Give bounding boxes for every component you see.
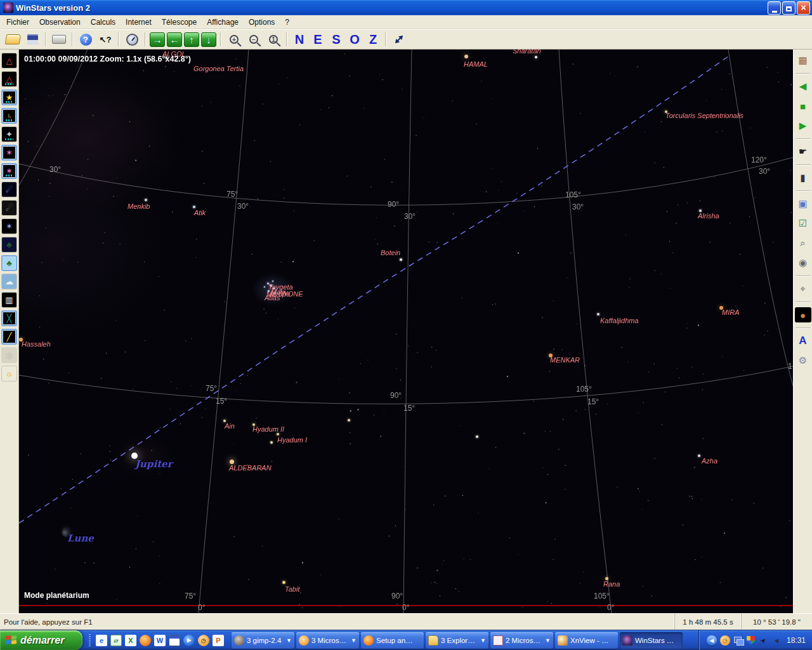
planet-label-jupiter[interactable]: Jupiter: [135, 458, 173, 470]
star-sharatan[interactable]: [535, 56, 537, 58]
sidebar-landscape-day[interactable]: ♣: [1, 255, 17, 271]
quick-launch-handle[interactable]: [89, 634, 91, 647]
open-button[interactable]: [4, 31, 22, 48]
minimize-button[interactable]: [768, 1, 781, 15]
sidebar-play-forward[interactable]: ▶: [795, 118, 811, 133]
sidebar-nebulae-names[interactable]: ✶: [1, 163, 17, 179]
star-theta-tauri[interactable]: [270, 441, 273, 444]
print-button[interactable]: [50, 31, 68, 48]
star-label-sharatan[interactable]: Sharatan: [513, 50, 541, 55]
sidebar-eyepiece[interactable]: ▮: [795, 170, 811, 185]
star-label-rana[interactable]: Rana: [603, 580, 620, 588]
quicklaunch-outlook[interactable]: ◷: [198, 635, 209, 646]
star-label-hamal[interactable]: HAMAL: [464, 60, 488, 68]
sidebar-computer[interactable]: ▣: [795, 196, 811, 211]
star-atik[interactable]: [193, 206, 195, 208]
sidebar-settings-list[interactable]: ☑: [795, 216, 811, 231]
menu-options[interactable]: Options: [244, 17, 280, 28]
sidebar-search-object[interactable]: ⌕: [795, 235, 811, 251]
star-label-botein[interactable]: Botein: [381, 249, 400, 256]
tray-volume-icon[interactable]: ◄: [771, 635, 782, 646]
star-menkib[interactable]: [145, 199, 147, 201]
star-label-torcularis-septentrionalis[interactable]: Torcularis Septentrionalis: [665, 112, 743, 119]
sidebar-nebulae[interactable]: ✶: [1, 145, 17, 161]
taskbar-button-setup-an[interactable]: Setup an…: [361, 632, 424, 649]
sidebar-stop[interactable]: ■: [795, 98, 811, 114]
star-label-aldebaran[interactable]: ALDEBARAN: [229, 464, 272, 472]
quicklaunch-media-player[interactable]: ▶: [183, 635, 195, 646]
star-aldebaran[interactable]: [230, 460, 234, 464]
tray-clock-icon[interactable]: ◷: [720, 635, 730, 646]
restore-button[interactable]: [782, 1, 796, 15]
quicklaunch-app-window[interactable]: [169, 635, 180, 646]
dropdown-arrow-icon[interactable]: ▼: [351, 637, 357, 644]
taskbar-button-3-gimp-2-4[interactable]: 3 gimp-2.4▼: [232, 632, 294, 649]
menu-fichier[interactable]: Fichier: [1, 17, 34, 28]
sidebar-circles[interactable]: ◎: [1, 347, 17, 363]
pan-up-button[interactable]: ↑: [184, 32, 199, 47]
taskbar-button-2-micros[interactable]: 2 Micros…▼: [490, 632, 553, 649]
view-zenith-button[interactable]: Z: [365, 31, 381, 48]
pan-left-button[interactable]: ←: [167, 32, 182, 47]
menu-observation[interactable]: Observation: [34, 17, 86, 28]
sidebar-constellation-figures[interactable]: △: [1, 53, 17, 69]
taskbar-button-3-explor[interactable]: 3 Explor…▼: [426, 632, 488, 649]
sidebar-satellites[interactable]: ✦: [1, 126, 17, 142]
help-button[interactable]: ?: [77, 31, 95, 48]
sidebar-atmosphere[interactable]: ☁: [1, 274, 17, 289]
sidebar-comets[interactable]: ☄: [1, 182, 17, 197]
star-field-star[interactable]: [476, 435, 478, 438]
star-label-hassaleh[interactable]: Hassaleh: [22, 340, 51, 348]
dropdown-arrow-icon[interactable]: ▼: [545, 637, 551, 644]
star-label-alrisha[interactable]: Alrisha: [698, 212, 719, 220]
star-label-kaffaljidhma[interactable]: Kaffaljidhma: [600, 317, 639, 324]
sidebar-ecliptic[interactable]: ╱: [1, 329, 17, 345]
star-label-menkib[interactable]: Menkib: [128, 202, 150, 210]
quicklaunch-firefox[interactable]: [140, 635, 151, 646]
save-button[interactable]: [23, 31, 41, 48]
sidebar-planet-view[interactable]: ●: [795, 307, 811, 322]
view-east-button[interactable]: E: [310, 31, 326, 48]
quicklaunch-whiteboard[interactable]: ▱: [110, 635, 122, 646]
pan-diagonal-button[interactable]: [390, 31, 408, 48]
star-hyades-star[interactable]: [348, 419, 350, 421]
star-pleiades-star[interactable]: [272, 281, 273, 282]
star-hamal[interactable]: [464, 55, 468, 58]
star-rana[interactable]: [605, 577, 608, 580]
sidebar-stars[interactable]: ★: [1, 90, 17, 105]
sidebar-snapshot-camera[interactable]: ◉: [795, 255, 811, 270]
star-label-hyadum-i[interactable]: Hyadum I: [277, 436, 307, 444]
quicklaunch-powerpoint[interactable]: P: [213, 635, 224, 646]
tray-network-icon[interactable]: [733, 635, 743, 646]
star-label-azha[interactable]: Azha: [702, 457, 717, 465]
zoom-in-button[interactable]: +: [225, 31, 243, 48]
quicklaunch-word[interactable]: W: [154, 635, 166, 646]
star-pleiades-star[interactable]: [264, 286, 265, 288]
sidebar-grid[interactable]: ╳: [1, 310, 17, 326]
view-west-button[interactable]: O: [346, 31, 363, 48]
view-north-button[interactable]: N: [291, 31, 308, 48]
context-help-button[interactable]: ↖?: [96, 31, 114, 48]
menu-help[interactable]: ?: [280, 17, 294, 28]
star-kaffaljidhma[interactable]: [597, 313, 599, 315]
quicklaunch-excel[interactable]: X: [125, 635, 136, 646]
quicklaunch-internet-explorer[interactable]: e: [96, 635, 107, 646]
tray-security-shield-icon[interactable]: [747, 636, 755, 645]
sidebar-scale[interactable]: ▥: [1, 292, 17, 308]
sidebar-constellation-names[interactable]: △: [1, 71, 17, 87]
star-label-menkar[interactable]: MENKAR: [550, 356, 580, 364]
taskbar-button-3-micros[interactable]: 3 Micros…▼: [296, 632, 359, 649]
sidebar-play-backward[interactable]: ◀: [795, 79, 811, 94]
zoom-out-button[interactable]: −: [245, 31, 263, 48]
pan-down-button[interactable]: ↓: [201, 32, 216, 47]
sidebar-info-bulb[interactable]: ☼: [1, 366, 17, 381]
star-label-mira[interactable]: MIRA: [722, 308, 740, 316]
star-label-ain[interactable]: Ain: [225, 422, 235, 430]
sidebar-landscape-night[interactable]: ♣: [1, 237, 17, 253]
menu-internet[interactable]: Internet: [121, 17, 157, 28]
taskbar-button-winstars[interactable]: WinStars …: [620, 632, 683, 649]
dropdown-arrow-icon[interactable]: ▼: [480, 637, 486, 644]
tray-collapse-chevron-icon[interactable]: ◀: [707, 635, 717, 646]
menu-affichage[interactable]: Affichage: [202, 17, 244, 28]
sidebar-pointer-hand[interactable]: ☛: [795, 144, 811, 159]
